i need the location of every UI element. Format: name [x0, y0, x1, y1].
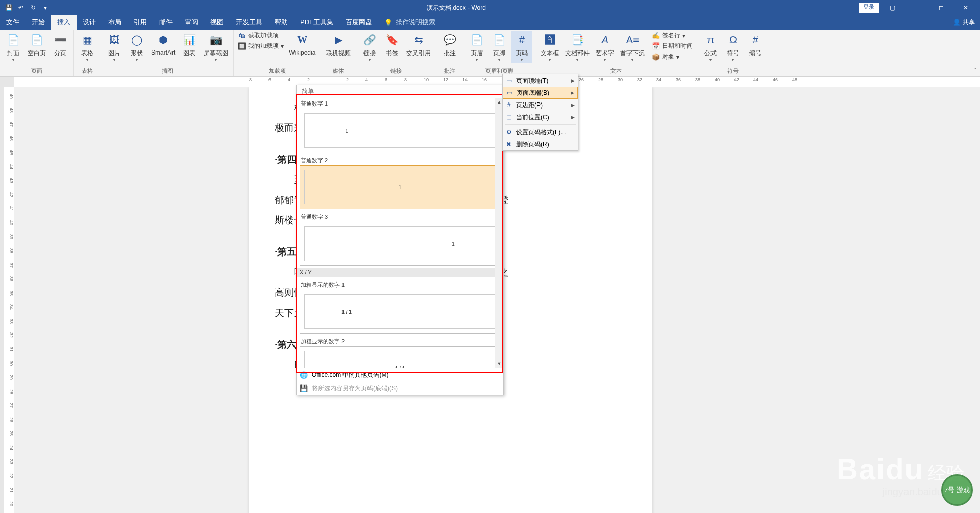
object-icon: 📦: [652, 53, 660, 61]
gallery-footer: 🌐Office.com 中的其他页码(M) 💾将所选内容另存为页码(底端)(S): [297, 368, 503, 395]
page-number-button[interactable]: #页码▾: [511, 31, 532, 63]
minimize-icon[interactable]: —: [905, 0, 928, 15]
get-addins-button[interactable]: 🛍获取加载项: [237, 31, 285, 40]
gallery-item-label: 普通数字 3: [300, 211, 500, 222]
share-icon: 👤: [953, 19, 961, 26]
group-addins-label: 加载项: [237, 67, 317, 76]
date-time-button[interactable]: 📅日期和时间: [651, 41, 694, 51]
group-text: 🅰文本框▾ 📑文档部件▾ A艺术字▾ A≡首字下沉▾ ✍签名行 ▾ 📅日期和时间…: [535, 30, 697, 76]
redo-icon[interactable]: ↻: [28, 2, 39, 13]
save-selection-icon: 💾: [300, 384, 308, 392]
tab-review[interactable]: 审阅: [179, 15, 204, 30]
tab-help[interactable]: 帮助: [268, 15, 294, 30]
smartart-button[interactable]: ⬢SmartArt: [149, 31, 177, 57]
menu-current-position[interactable]: ⌶当前位置(C)▶: [503, 111, 578, 123]
my-addins-button[interactable]: 🔲我的加载项 ▾: [237, 41, 285, 51]
gallery-item-label: 加粗显示的数字 2: [300, 336, 500, 346]
gallery-item-bold-2[interactable]: 1 / 1: [300, 346, 500, 368]
page-bottom-icon: ▭: [505, 89, 513, 97]
cross-reference-button[interactable]: ⇆交叉引用: [404, 31, 433, 59]
table-button[interactable]: ▦表格▾: [77, 31, 97, 63]
link-button[interactable]: 🔗链接▾: [359, 31, 380, 63]
window-title: 演示文档.docx - Word: [54, 4, 859, 12]
chart-button[interactable]: 📊图表: [179, 31, 200, 59]
ribbon-tabs: 文件 开始 插入 设计 布局 引用 邮件 审阅 视图 开发工具 帮助 PDF工具…: [0, 15, 980, 30]
vertical-ruler: 4948474645444342414039383736353433323130…: [4, 87, 14, 513]
page-number-menu: ▭页面顶端(T)▶ ▭页面底端(B)▶ #页边距(P)▶ ⌶当前位置(C)▶ ⚙…: [502, 74, 578, 151]
group-pages: 📄封面▾ 📄空白页 ➖分页 页面: [0, 30, 74, 76]
object-button[interactable]: 📦对象 ▾: [651, 52, 694, 62]
online-video-button[interactable]: ▶联机视频: [324, 31, 353, 59]
save-icon[interactable]: 💾: [3, 2, 14, 13]
gallery-item-bold-1[interactable]: 1 / 1: [300, 290, 500, 334]
more-page-numbers-office[interactable]: 🌐Office.com 中的其他页码(M): [297, 368, 503, 381]
pictures-button[interactable]: 🖼图片▾: [104, 31, 125, 63]
group-media: ▶联机视频 媒体: [321, 30, 356, 76]
gallery-item-plain-1[interactable]: 1: [300, 109, 500, 152]
group-addins: 🛍获取加载项 🔲我的加载项 ▾ WWikipedia 加载项: [234, 30, 321, 76]
menu-page-bottom[interactable]: ▭页面底端(B)▶: [503, 87, 578, 99]
group-links: 🔗链接▾ 🔖书签 ⇆交叉引用 链接: [356, 30, 436, 76]
tab-developer[interactable]: 开发工具: [230, 15, 268, 30]
bookmark-button[interactable]: 🔖书签: [382, 31, 402, 59]
group-symbols-label: 符号: [700, 67, 766, 76]
text-box-button[interactable]: 🅰文本框▾: [538, 31, 561, 63]
menu-remove-page-numbers[interactable]: ✖删除页码(R): [503, 138, 578, 150]
shapes-button[interactable]: ◯形状▾: [127, 31, 147, 63]
header-button[interactable]: 📄页眉▾: [467, 31, 487, 63]
wordart-button[interactable]: A艺术字▾: [594, 31, 616, 63]
tab-file[interactable]: 文件: [0, 15, 26, 30]
close-icon[interactable]: ✕: [954, 0, 977, 15]
save-selection-page-number: 💾将所选内容另存为页码(底端)(S): [297, 381, 503, 395]
tab-insert[interactable]: 插入: [51, 15, 77, 30]
collapse-ribbon-icon[interactable]: ˄: [974, 67, 977, 74]
tab-references[interactable]: 引用: [128, 15, 153, 30]
page-top-icon: ▭: [505, 76, 513, 85]
group-tables: ▦表格▾ 表格: [74, 30, 101, 76]
tab-view[interactable]: 视图: [204, 15, 230, 30]
comment-button[interactable]: 💬批注: [439, 31, 460, 59]
signature-icon: ✍: [652, 32, 660, 40]
gallery-item-plain-3[interactable]: 1: [300, 222, 500, 266]
screenshot-button[interactable]: 📷屏幕截图▾: [202, 31, 230, 63]
group-symbols: π公式▾ Ω符号▾ #编号 符号: [697, 30, 769, 76]
menu-page-top[interactable]: ▭页面顶端(T)▶: [503, 74, 578, 87]
share-button[interactable]: 👤 共享: [953, 15, 975, 30]
store-icon: 🛍: [238, 32, 246, 40]
group-pages-label: 页面: [3, 67, 70, 76]
qat-customize-icon[interactable]: ▾: [40, 2, 51, 13]
blank-page-button[interactable]: 📄空白页: [26, 31, 48, 59]
gallery-item-plain-2[interactable]: 1: [300, 165, 500, 209]
office-icon: 🌐: [300, 371, 308, 379]
tell-me-search[interactable]: 💡 操作说明搜索: [384, 18, 435, 27]
wikipedia-button[interactable]: WWikipedia: [287, 31, 317, 57]
undo-icon[interactable]: ↶: [15, 2, 27, 13]
tab-baidu-netdisk[interactable]: 百度网盘: [339, 15, 378, 30]
number-button[interactable]: #编号: [745, 31, 766, 59]
tab-home[interactable]: 开始: [26, 15, 51, 30]
cover-page-button[interactable]: 📄封面▾: [3, 31, 23, 63]
tab-design[interactable]: 设计: [77, 15, 102, 30]
page-break-button[interactable]: ➖分页: [50, 31, 70, 59]
group-header-footer: 📄页眉▾ 📄页脚▾ #页码▾ 页眉和页脚: [463, 30, 535, 76]
group-links-label: 链接: [359, 67, 433, 76]
equation-button[interactable]: π公式▾: [700, 31, 721, 63]
gallery-section-xy: X / Y: [297, 268, 503, 277]
tab-pdf-tools[interactable]: PDF工具集: [294, 15, 339, 30]
tab-layout[interactable]: 布局: [102, 15, 128, 30]
signature-line-button[interactable]: ✍签名行 ▾: [651, 31, 694, 40]
group-illustrations: 🖼图片▾ ◯形状▾ ⬢SmartArt 📊图表 📷屏幕截图▾ 插图: [101, 30, 234, 76]
footer-button[interactable]: 📄页脚▾: [489, 31, 509, 63]
symbol-button[interactable]: Ω符号▾: [723, 31, 743, 63]
menu-format-page-numbers[interactable]: ⚙设置页码格式(F)...: [503, 126, 578, 138]
menu-page-margins[interactable]: #页边距(P)▶: [503, 99, 578, 111]
scroll-down-icon[interactable]: ▼: [495, 360, 503, 368]
format-icon: ⚙: [505, 128, 513, 136]
ribbon-display-icon[interactable]: ▢: [881, 0, 903, 15]
login-button[interactable]: 登录: [859, 3, 879, 13]
quick-parts-button[interactable]: 📑文档部件▾: [563, 31, 592, 63]
ribbon: 📄封面▾ 📄空白页 ➖分页 页面 ▦表格▾ 表格 🖼图片▾ ◯形状▾ ⬢Smar…: [0, 30, 980, 77]
drop-cap-button[interactable]: A≡首字下沉▾: [618, 31, 647, 63]
maximize-icon[interactable]: ◻: [930, 0, 952, 15]
tab-mailings[interactable]: 邮件: [153, 15, 179, 30]
